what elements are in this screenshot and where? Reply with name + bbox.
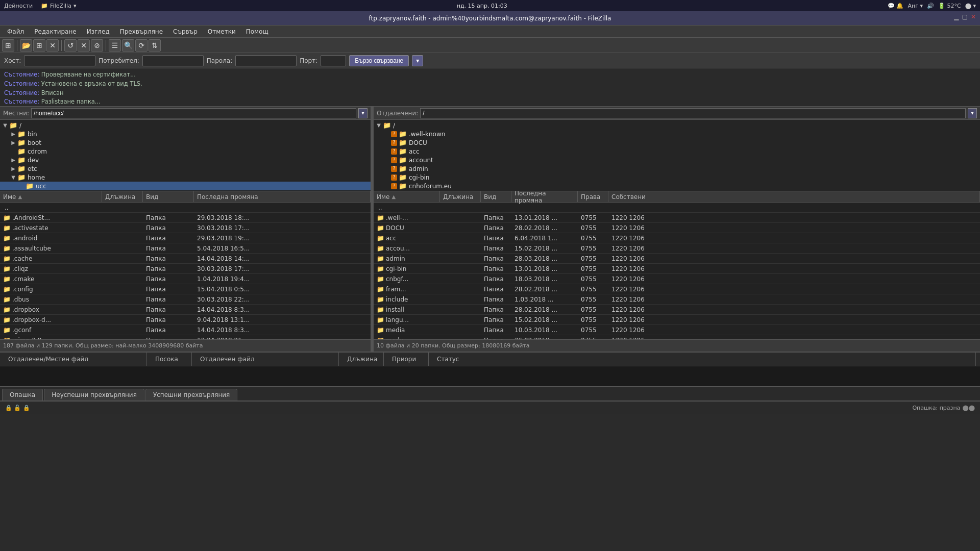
local-file-row[interactable]: .. xyxy=(0,203,371,213)
remote-path-dropdown[interactable]: ▾ xyxy=(968,108,977,118)
remote-tree-docu[interactable]: ? 📁 DOCU xyxy=(374,138,980,147)
window-maximize[interactable]: ▢ xyxy=(962,13,968,20)
local-tree: ▼ 📁 / ▶ 📁 bin ▶ 📁 boot 📁 cdrom ▶ � xyxy=(0,120,371,191)
menu-file[interactable]: Файл xyxy=(2,27,29,36)
remote-file-row[interactable]: 📁 install Папка 28.02.2018 ... 0755 1220… xyxy=(374,305,980,315)
toolbar-refresh[interactable]: ⟳ xyxy=(135,39,148,52)
menu-server[interactable]: Сървър xyxy=(168,27,203,36)
local-file-row[interactable]: 📁 .cliqz Папка 30.03.2018 17:... xyxy=(0,264,371,274)
tree-item-bin[interactable]: ▶ 📁 bin xyxy=(0,130,371,138)
pass-input[interactable] xyxy=(235,55,297,66)
local-file-row[interactable]: 📁 .dropbox Папка 14.04.2018 8:3... xyxy=(0,305,371,315)
remote-tree-root[interactable]: ▼ 📁 / xyxy=(374,121,980,130)
local-file-row[interactable]: 📁 .gconf Папка 14.04.2018 8:3... xyxy=(0,325,371,335)
menu-edit[interactable]: Редактиране xyxy=(29,27,82,36)
toolbar-disconnect[interactable]: ✕ xyxy=(78,39,90,52)
local-file-row[interactable]: 📁 .config Папка 15.04.2018 0:5... xyxy=(0,284,371,294)
remote-status-bar: 10 файла и 20 папки. Общ размер: 1808016… xyxy=(374,339,980,352)
toolbar-sync-browse[interactable]: ⇅ xyxy=(149,39,161,52)
toolbar-site-manager[interactable]: ⊞ xyxy=(2,39,14,52)
col-type[interactable]: Вид xyxy=(143,191,194,202)
col-name[interactable]: Име ▲ xyxy=(0,191,102,202)
toolbar-close-tab[interactable]: ✕ xyxy=(46,39,59,52)
toolbar-open-sftp[interactable]: 📂 xyxy=(20,39,32,52)
tree-item-boot[interactable]: ▶ 📁 boot xyxy=(0,138,371,147)
remote-tree-acc[interactable]: ? 📁 acc xyxy=(374,147,980,156)
user-label: Потребител: xyxy=(99,57,139,64)
tree-item-ucc[interactable]: 📁 ucc xyxy=(0,182,371,190)
toolbar-new-tab[interactable]: ⊞ xyxy=(33,39,45,52)
tree-item-dev[interactable]: ▶ 📁 dev xyxy=(0,156,371,164)
remote-file-row[interactable]: 📁 acc Папка 6.04.2018 1... 0755 1220 120… xyxy=(374,233,980,243)
tree-item-root[interactable]: ▼ 📁 / xyxy=(0,121,371,130)
remote-file-row[interactable]: 📁 admin Папка 28.03.2018 ... 0755 1220 1… xyxy=(374,254,980,264)
remote-file-row[interactable]: 📁 include Папка 1.03.2018 ... 0755 1220 … xyxy=(374,294,980,305)
tree-item-cdrom[interactable]: 📁 cdrom xyxy=(0,147,371,156)
remote-file-row[interactable]: 📁 accou... Папка 15.02.2018 ... 0755 122… xyxy=(374,243,980,254)
local-file-row[interactable]: 📁 .activestate Папка 30.03.2018 17:... xyxy=(0,223,371,233)
remote-col-size[interactable]: Длъжина xyxy=(440,191,481,202)
remote-col-owner[interactable]: Собствени xyxy=(608,191,980,202)
tab-success[interactable]: Успешни прехвърляния xyxy=(145,389,237,400)
local-file-row[interactable]: 📁 .dropbox-d... Папка 9.04.2018 13:1... xyxy=(0,315,371,325)
menu-view[interactable]: Изглед xyxy=(82,27,115,36)
status-line-1: Състояние: Проверяване на сертификат... xyxy=(4,70,976,80)
tree-item-home[interactable]: ▼ 📁 home xyxy=(0,173,371,182)
tab-queue[interactable]: Опашка xyxy=(2,389,43,400)
col-size[interactable]: Длъжина xyxy=(102,191,143,202)
tab-failed[interactable]: Неуспешни прехвърляния xyxy=(44,389,144,400)
transfer-col-priority: Приори xyxy=(388,353,429,366)
remote-file-row[interactable]: 📁 modu... Папка 26.02.2018 ... 0755 1220… xyxy=(374,335,980,339)
remote-file-row[interactable]: 📁 cgi-bin Папка 13.01.2018 ... 0755 1220… xyxy=(374,264,980,274)
remote-tree-cnhoforum[interactable]: ? 📁 cnhoforum.eu xyxy=(374,182,980,190)
app-name[interactable]: 📁 FileZilla ▾ xyxy=(41,3,76,9)
local-file-row[interactable]: 📁 .assaultcube Папка 5.04.2018 16:5... xyxy=(0,243,371,254)
remote-tree-well-known[interactable]: ? 📁 .well-known xyxy=(374,130,980,138)
remote-path-input[interactable] xyxy=(420,108,966,118)
local-file-row[interactable]: 📁 .dbus Папка 30.03.2018 22:... xyxy=(0,294,371,305)
menu-bookmarks[interactable]: Отметки xyxy=(203,27,241,36)
local-file-row[interactable]: 📁 .android Папка 29.03.2018 19:... xyxy=(0,233,371,243)
remote-col-date[interactable]: Последна промяна xyxy=(511,191,578,202)
window-close[interactable]: ✕ xyxy=(971,13,976,20)
remote-file-row[interactable]: 📁 DOCU Папка 28.02.2018 ... 0755 1220 12… xyxy=(374,223,980,233)
local-file-row[interactable]: 📁 .AndroidSt... Папка 29.03.2018 18:... xyxy=(0,213,371,223)
toolbar-search[interactable]: 🔍 xyxy=(122,39,134,52)
remote-file-row[interactable]: .. xyxy=(374,203,980,213)
remote-tree-cgi-bin[interactable]: ? 📁 cgi-bin xyxy=(374,173,980,182)
remote-tree-account[interactable]: ? 📁 account xyxy=(374,156,980,164)
remote-col-name[interactable]: Име ▲ xyxy=(374,191,440,202)
menu-transfer[interactable]: Прехвърляне xyxy=(115,27,168,36)
toolbar-filter[interactable]: ☰ xyxy=(109,39,121,52)
quickconnect-dropdown[interactable]: ▾ xyxy=(412,55,423,66)
local-file-row[interactable]: 📁 .gimp-2.8 Папка 12.04.2018 21:... xyxy=(0,335,371,339)
toolbar: ⊞ 📂 ⊞ ✕ ↺ ✕ ⊘ ☰ 🔍 ⟳ ⇅ xyxy=(0,38,980,53)
host-input[interactable] xyxy=(24,55,95,66)
remote-path-label: Отдалечени: xyxy=(377,110,418,117)
remote-file-row[interactable]: 📁 fram... Папка 28.02.2018 ... 0755 1220… xyxy=(374,284,980,294)
menu-help[interactable]: Помощ xyxy=(241,27,274,36)
remote-file-row[interactable]: 📁 .well-... Папка 13.01.2018 ... 0755 12… xyxy=(374,213,980,223)
tree-item-etc[interactable]: ▶ 📁 etc xyxy=(0,164,371,173)
local-path-input[interactable] xyxy=(31,108,356,118)
quickconnect-button[interactable]: Бързо свързване xyxy=(349,55,409,66)
remote-tree-admin[interactable]: ? 📁 admin xyxy=(374,164,980,173)
port-input[interactable] xyxy=(321,55,346,66)
toolbar-reconnect[interactable]: ↺ xyxy=(64,39,77,52)
user-input[interactable] xyxy=(142,55,204,66)
remote-file-row[interactable]: 📁 media Папка 10.03.2018 ... 0755 1220 1… xyxy=(374,325,980,335)
remote-file-row[interactable]: 📁 langu... Папка 15.02.2018 ... 0755 122… xyxy=(374,315,980,325)
remote-file-row[interactable]: 📁 cnbgf... Папка 18.03.2018 ... 0755 122… xyxy=(374,274,980,284)
window-minimize[interactable]: ▁ xyxy=(954,13,959,20)
remote-col-type[interactable]: Вид xyxy=(481,191,511,202)
local-file-row[interactable]: 📁 .cmake Папка 1.04.2018 19:4... xyxy=(0,274,371,284)
local-status-bar: 187 файла и 129 папки. Общ размер: най-м… xyxy=(0,339,371,352)
toolbar-sep2 xyxy=(61,40,62,51)
remote-col-perm[interactable]: Права xyxy=(578,191,608,202)
local-path-dropdown[interactable]: ▾ xyxy=(358,108,368,118)
status-line-2: Състояние: Установена е връзка от вид TL… xyxy=(4,80,976,89)
activities-label[interactable]: Дейности xyxy=(4,3,33,9)
toolbar-cancel[interactable]: ⊘ xyxy=(91,39,103,52)
col-date[interactable]: Последна промяна xyxy=(194,191,371,202)
local-file-row[interactable]: 📁 .cache Папка 14.04.2018 14:... xyxy=(0,254,371,264)
